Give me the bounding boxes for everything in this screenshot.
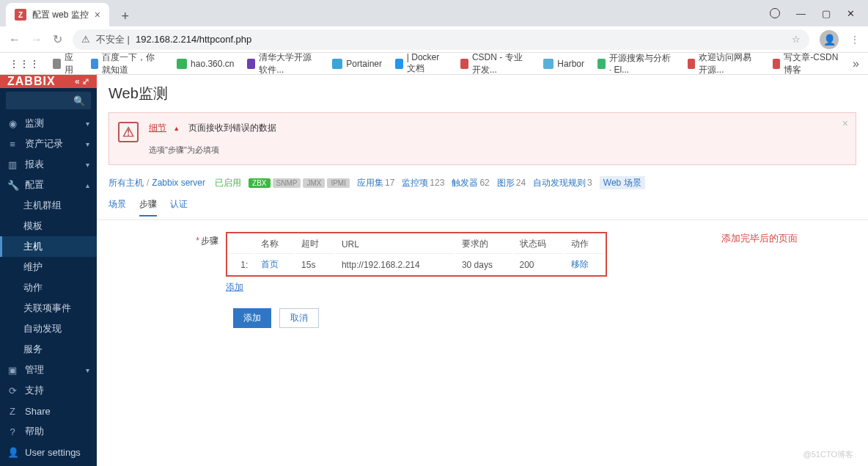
bookmark-item[interactable]: 写文章-CSDN博客 [773,51,840,76]
bookmarks-bar: ⋮⋮⋮应用百度一下，你就知道hao.360.cn清华大学开源软件...Porta… [0,53,868,75]
col-header: 动作 [565,235,604,254]
reload-icon[interactable]: ↻ [53,32,62,46]
crumb-host[interactable]: Zabbix server [152,178,205,188]
window-controls: — ▢ ✕ [770,8,868,26]
add-step-link[interactable]: 添加 [226,281,243,294]
bookmark-item[interactable]: 欢迎访问网易开源... [688,51,760,76]
close-icon[interactable]: × [95,9,100,21]
url-prefix: 不安全 | [96,33,130,46]
chevron-icon: ▾ [86,140,89,148]
sidebar-footer-item[interactable]: ⟳支持 [0,380,97,401]
error-detail: 选项"步骤"为必填项 [149,145,847,156]
crumb-link[interactable]: 应用集 [357,178,383,188]
tab-title: 配置 web 监控 [32,9,89,21]
url-field[interactable]: ⚠ 不安全 | 192.168.2.214/httpconf.php ☆ [73,29,809,50]
close-window-icon[interactable]: ✕ [847,8,855,19]
sidebar-footer-item[interactable]: ZShare [0,401,97,421]
sidebar-subitem[interactable]: 主机 [0,236,97,257]
crumb-active: Web 场景 [600,176,645,189]
star-icon[interactable]: ☆ [792,34,801,45]
col-header: 超时 [295,235,334,254]
tab[interactable]: 步骤 [139,198,157,216]
crumb-link[interactable]: 图形 [497,178,515,188]
col-header: 要求的 [456,235,512,254]
annotation-text: 添加完毕后的页面 [721,232,798,245]
menu-icon: 🔧 [7,180,18,191]
bookmark-item[interactable]: CSDN - 专业开发... [460,51,530,76]
sidebar-item[interactable]: ≡资产记录▾ [0,134,97,154]
chevron-icon: ▴ [86,181,89,189]
warning-icon: ⚠ [118,122,139,142]
collapse-icon[interactable]: « ⤢ [75,76,89,87]
tabs: 场景步骤认证 [97,192,868,220]
sidebar-item[interactable]: ▥报表▾ [0,154,97,175]
bookmark-item[interactable]: Harbor [543,59,584,69]
insecure-icon: ⚠ [81,34,90,45]
sidebar-subitem[interactable]: 维护 [0,257,97,277]
sidebar-subitem[interactable]: 关联项事件 [0,298,97,318]
sidebar-subitem[interactable]: 自动发现 [0,318,97,339]
logo[interactable]: ZABBIX « ⤢ [0,75,97,88]
col-header: 名称 [255,235,294,254]
table-row: 1:首页15shttp://192.168.2.21430 days200移除 [229,255,604,274]
address-bar: ← → ↻ ⚠ 不安全 | 192.168.2.214/httpconf.php… [0,26,868,53]
sidebar-item[interactable]: ▣管理▾ [0,360,97,380]
browser-tab-bar: Z 配置 web 监控 × + — ▢ ✕ [0,0,868,26]
page-title: Web监测 [97,75,868,112]
close-icon[interactable]: × [842,117,848,129]
enabled-label: 已启用 [215,178,241,188]
cancel-button[interactable]: 取消 [279,308,319,328]
sidebar-footer-item[interactable]: ⏻退出 [0,462,97,466]
menu-icon: ≡ [7,139,18,150]
sidebar-subitem[interactable]: 动作 [0,277,97,298]
sidebar-item[interactable]: ◉监测▾ [0,113,97,134]
bookmark-item[interactable]: 清华大学开源软件... [247,51,319,76]
bookmark-item[interactable]: Portainer [332,59,382,69]
minimize-icon[interactable]: — [796,8,806,19]
sidebar: ZABBIX « ⤢ 🔍 ◉监测▾≡资产记录▾▥报表▾🔧配置▴ 主机群组模板主机… [0,75,97,466]
new-tab-button[interactable]: + [115,6,136,26]
sidebar-subitem[interactable]: 模板 [0,216,97,236]
availability-badge: IPMI [327,178,350,188]
apps-icon[interactable]: ⋮⋮⋮ [9,58,40,70]
bookmark-item[interactable]: 百度一下，你就知道 [91,51,163,76]
step-name-link[interactable]: 首页 [261,259,279,269]
col-header: URL [336,235,455,254]
profile-avatar[interactable]: 👤 [820,30,839,49]
sidebar-footer-item[interactable]: 👤User settings [0,442,97,462]
forward-icon[interactable]: → [31,33,43,46]
sidebar-subitem[interactable]: 服务 [0,339,97,360]
availability-badge: JMX [303,178,325,188]
crumb-all-hosts[interactable]: 所有主机 [108,178,144,188]
content: Web监测 ⚠ 细节 ▲ 页面接收到错误的数据 选项"步骤"为必填项 × 所有主… [97,75,868,466]
bookmark-item[interactable]: 应用 [53,51,78,76]
maximize-icon[interactable]: ▢ [822,8,831,19]
crumb-link[interactable]: 触发器 [452,178,478,188]
submit-button[interactable]: 添加 [233,308,271,328]
sidebar-footer-item[interactable]: ?帮助 [0,421,97,442]
logo-text: ZABBIX [7,75,56,88]
crumb-link[interactable]: 自动发现规则 [533,178,586,188]
bookmark-item[interactable]: | Docker 文档 [395,52,447,75]
crumb-link[interactable]: 监控项 [402,178,428,188]
search-input[interactable]: 🔍 [6,92,91,109]
bookmark-item[interactable]: hao.360.cn [177,59,234,69]
back-icon[interactable]: ← [9,33,21,46]
watermark: @51CTO博客 [803,449,853,460]
url-text: 192.168.2.214/httpconf.php [136,34,251,45]
menu-icon[interactable]: ⋮ [850,34,859,45]
details-link[interactable]: 细节 [149,123,166,133]
availability-badge: ZBX [249,178,270,188]
tab[interactable]: 认证 [170,198,188,215]
bookmark-item[interactable]: 开源搜索与分析 · El... [597,52,674,75]
bookmark-overflow-icon[interactable]: » [853,57,859,70]
tab[interactable]: 场景 [108,198,126,215]
steps-table: 名称超时URL要求的状态码动作 1:首页15shttp://192.168.2.… [226,232,607,277]
sidebar-subitem[interactable]: 主机群组 [0,195,97,216]
browser-tab[interactable]: Z 配置 web 监控 × [6,3,109,26]
chevron-icon: ▾ [86,120,89,128]
search-icon: 🔍 [73,95,85,106]
col-header: 状态码 [514,235,564,254]
remove-link[interactable]: 移除 [571,259,589,269]
sidebar-item[interactable]: 🔧配置▴ [0,175,97,195]
